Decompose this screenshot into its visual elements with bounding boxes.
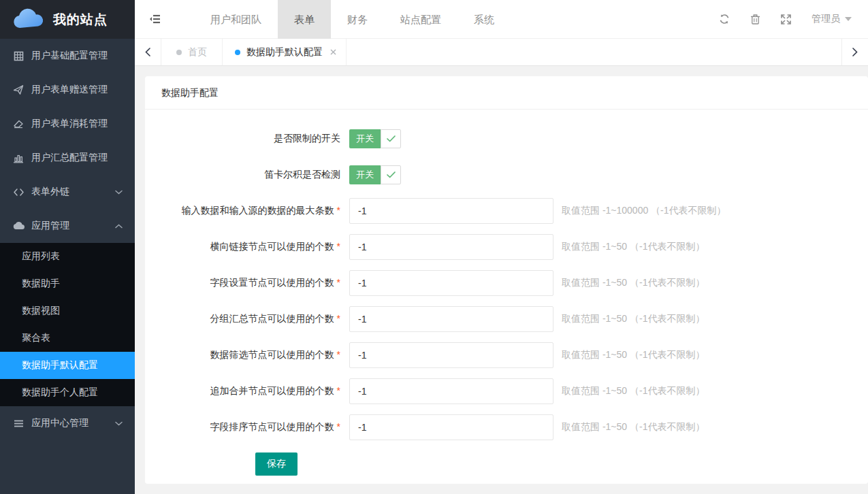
field-label: 字段设置节点可以使用的个数* xyxy=(145,277,349,289)
tabbar-spacer xyxy=(347,39,841,65)
append-merge-nodes-field[interactable] xyxy=(349,378,553,404)
required-asterisk: * xyxy=(337,421,340,432)
caret-down-icon xyxy=(845,17,852,21)
sidebar-subitem-data-view[interactable]: 数据视图 xyxy=(0,297,135,325)
content-area: 数据助手配置 是否限制的开关 开关 笛卡尔积是否检测 xyxy=(135,66,868,494)
form-row-field-setting-nodes: 字段设置节点可以使用的个数* 取值范围 -1~50 （-1代表不限制） xyxy=(145,270,868,296)
sidebar: 我的站点 用户基础配置管理 用户表单赠送管理 用户表单消耗管理 用户汇总配置管理 xyxy=(0,0,135,494)
sidebar-subitem-data-assistant-default-config[interactable]: 数据助手默认配置 xyxy=(0,352,135,379)
sidebar-item-user-summary-config[interactable]: 用户汇总配置管理 xyxy=(0,141,135,175)
topnav-forms[interactable]: 表单 xyxy=(278,0,331,39)
sidebar-subitem-data-assistant[interactable]: 数据助手 xyxy=(0,270,135,297)
sidebar-item-user-base-config[interactable]: 用户基础配置管理 xyxy=(0,39,135,73)
close-icon[interactable] xyxy=(330,49,336,55)
field-label: 是否限制的开关 xyxy=(145,133,349,145)
cloud-icon xyxy=(12,222,25,230)
sidebar-item-label: 用户表单赠送管理 xyxy=(31,84,108,96)
topnav-users-teams[interactable]: 用户和团队 xyxy=(194,0,278,39)
sidebar-subitem-aggregate-table[interactable]: 聚合表 xyxy=(0,325,135,352)
tabs-scroll-right-button[interactable] xyxy=(841,39,868,65)
required-asterisk: * xyxy=(337,241,340,252)
required-asterisk: * xyxy=(337,313,340,324)
field-hint: 取值范围 -1~100000 （-1代表不限制） xyxy=(562,205,726,217)
list-icon xyxy=(12,420,25,427)
save-button[interactable]: 保存 xyxy=(255,452,298,476)
sidebar-item-label: 应用管理 xyxy=(31,220,69,232)
chevron-up-icon xyxy=(115,224,123,229)
switch-on-label: 开关 xyxy=(349,129,381,148)
form-row-data-filter-nodes: 数据筛选节点可以使用的个数* 取值范围 -1~50 （-1代表不限制） xyxy=(145,342,868,368)
bar-chart-icon xyxy=(12,153,25,163)
check-icon xyxy=(381,129,401,148)
field-hint: 取值范围 -1~50 （-1代表不限制） xyxy=(562,313,705,325)
data-filter-nodes-field[interactable] xyxy=(349,342,553,368)
menu-fold-icon xyxy=(149,14,161,24)
field-label: 笛卡尔积是否检测 xyxy=(145,169,349,181)
field-hint: 取值范围 -1~50 （-1代表不限制） xyxy=(562,241,705,253)
tab-label: 数据助手默认配置 xyxy=(246,46,323,59)
trash-icon[interactable] xyxy=(750,14,760,24)
user-name: 管理员 xyxy=(811,13,840,25)
field-label: 横向链接节点可以使用的个数* xyxy=(145,241,349,253)
form-row-max-input-records: 输入数据和输入源的数据的最大条数* 取值范围 -1~100000 （-1代表不限… xyxy=(145,198,868,224)
config-form: 是否限制的开关 开关 笛卡尔积是否检测 开关 xyxy=(145,110,868,476)
send-icon xyxy=(12,84,25,95)
tab-dot-icon xyxy=(235,50,240,55)
user-menu[interactable]: 管理员 xyxy=(811,13,852,25)
eraser-icon xyxy=(12,119,25,129)
form-row-limit-switch: 是否限制的开关 开关 xyxy=(145,126,868,152)
sidebar-subitem-app-list[interactable]: 应用列表 xyxy=(0,243,135,270)
fullscreen-icon[interactable] xyxy=(781,14,791,24)
submenu-label: 数据助手个人配置 xyxy=(22,386,98,399)
submenu-label: 数据助手默认配置 xyxy=(22,359,98,372)
sidebar-item-user-form-consume[interactable]: 用户表单消耗管理 xyxy=(0,107,135,141)
tab-data-assistant-default-config[interactable]: 数据助手默认配置 xyxy=(223,39,347,65)
field-hint: 取值范围 -1~50 （-1代表不限制） xyxy=(562,277,705,289)
sidebar-item-form-external-link[interactable]: 表单外链 xyxy=(0,175,135,209)
horizontal-link-nodes-field[interactable] xyxy=(349,234,553,260)
grid-icon xyxy=(12,51,25,61)
cloud-logo-icon xyxy=(11,7,46,32)
max-input-records-field[interactable] xyxy=(349,198,553,224)
sidebar-item-app-management[interactable]: 应用管理 xyxy=(0,209,135,243)
refresh-icon[interactable] xyxy=(719,14,730,24)
sidebar-item-user-form-gift[interactable]: 用户表单赠送管理 xyxy=(0,73,135,107)
sidebar-subitem-data-assistant-personal-config[interactable]: 数据助手个人配置 xyxy=(0,379,135,406)
group-summary-nodes-field[interactable] xyxy=(349,306,553,332)
required-asterisk: * xyxy=(337,385,340,396)
topnav-site-config[interactable]: 站点配置 xyxy=(384,0,457,39)
link-icon xyxy=(12,188,25,197)
submenu-label: 应用列表 xyxy=(22,250,60,263)
cartesian-check-toggle[interactable]: 开关 xyxy=(349,165,401,184)
field-hint: 取值范围 -1~50 （-1代表不限制） xyxy=(562,349,705,361)
panel-title: 数据助手配置 xyxy=(145,76,868,110)
sidebar-collapse-button[interactable] xyxy=(135,0,175,39)
site-title: 我的站点 xyxy=(53,11,108,29)
top-header: 用户和团队 表单 财务 站点配置 系统 管理员 xyxy=(135,0,868,39)
form-row-field-sort-nodes: 字段排序节点可以使用的个数* 取值范围 -1~50 （-1代表不限制） xyxy=(145,414,868,440)
field-sort-nodes-field[interactable] xyxy=(349,414,553,440)
top-navigation: 用户和团队 表单 财务 站点配置 系统 xyxy=(194,0,511,39)
field-hint: 取值范围 -1~50 （-1代表不限制） xyxy=(562,421,705,433)
tab-home[interactable]: 首页 xyxy=(161,39,223,65)
topnav-finance[interactable]: 财务 xyxy=(331,0,384,39)
main-area: 用户和团队 表单 财务 站点配置 系统 管理员 xyxy=(135,0,868,494)
field-label: 追加合并节点可以使用的个数* xyxy=(145,385,349,397)
required-asterisk: * xyxy=(337,205,340,216)
sidebar-item-app-center-management[interactable]: 应用中心管理 xyxy=(0,406,135,440)
check-icon xyxy=(381,165,401,184)
tab-bar: 首页 数据助手默认配置 xyxy=(135,39,868,66)
required-asterisk: * xyxy=(337,277,340,288)
sidebar-item-label: 用户汇总配置管理 xyxy=(31,152,108,164)
field-setting-nodes-field[interactable] xyxy=(349,270,553,296)
field-label: 分组汇总节点可以使用的个数* xyxy=(145,313,349,325)
topnav-system[interactable]: 系统 xyxy=(457,0,511,39)
tab-label: 首页 xyxy=(188,46,207,59)
tabs-scroll-left-button[interactable] xyxy=(135,39,161,65)
submenu-label: 聚合表 xyxy=(22,332,50,344)
site-logo: 我的站点 xyxy=(0,0,135,39)
chevron-down-icon xyxy=(115,421,123,426)
sidebar-item-label: 用户基础配置管理 xyxy=(31,50,108,62)
chevron-down-icon xyxy=(115,190,123,195)
limit-switch-toggle[interactable]: 开关 xyxy=(349,129,401,148)
